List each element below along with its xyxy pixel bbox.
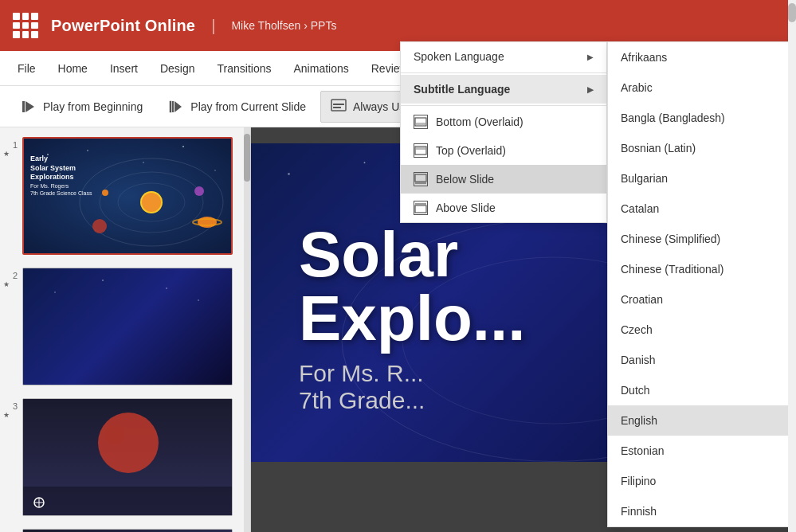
play-current-icon [168,99,184,115]
lang-czech[interactable]: Czech [608,315,796,345]
slide-panel: 1 ★ [0,127,251,532]
above-slide-label: Above Slide [436,201,496,214]
above-slide-icon [414,201,428,215]
slide-item-1[interactable]: 1 ★ [0,127,250,261]
play-beginning-icon [21,99,37,115]
svg-point-33 [288,173,290,175]
svg-rect-46 [415,182,426,184]
dropdown-top-overlaid[interactable]: Top (Overlaid) [401,136,606,165]
slide-star-2: ★ [3,280,18,288]
svg-rect-3 [172,101,174,112]
slide-num-1: 1 [3,137,18,150]
svg-point-18 [194,186,204,196]
menu-home[interactable]: Home [47,51,99,86]
slide-num-3: 3 [3,398,18,411]
play-current-button[interactable]: Play from Current Slide [157,91,317,123]
svg-point-27 [98,413,159,473]
svg-marker-1 [25,101,34,112]
waffle-icon[interactable] [13,13,38,38]
lang-bosnian[interactable]: Bosnian (Latin) [608,133,796,163]
svg-rect-48 [415,203,426,205]
svg-rect-44 [416,147,425,150]
slide-num-2: 2 [3,268,18,280]
svg-point-12 [214,170,216,171]
page-scrollbar-thumb[interactable] [788,3,796,22]
lang-dutch[interactable]: Dutch [608,375,796,405]
lang-filipino[interactable]: Filipino [608,466,796,496]
slide-panel-scrollbar[interactable] [244,127,250,532]
lang-chinese-simplified[interactable]: Chinese (Simplified) [608,224,796,254]
dropdown-below-slide[interactable]: Below Slide [401,165,606,194]
subtitle-language-arrow-icon: ▶ [587,85,594,94]
slide-thumb-3[interactable] [22,398,233,516]
lang-croatian[interactable]: Croatian [608,284,796,315]
svg-point-28 [105,425,124,444]
lang-afrikaans[interactable]: Afrikaans [608,42,796,72]
slide-thumb-4[interactable] [22,529,233,532]
svg-rect-0 [22,101,25,112]
lang-bangla[interactable]: Bangla (Bangladesh) [608,103,796,133]
svg-rect-6 [333,104,344,105]
svg-rect-45 [415,174,426,182]
subtitles-icon [331,99,347,114]
spoken-language-arrow-icon: ▶ [587,53,594,61]
slide-thumb-1[interactable]: EarlySolar SystemExplorations For Ms. Ro… [22,137,233,255]
breadcrumb[interactable]: Mike Tholfsen › PPTs [231,19,336,32]
lang-chinese-traditional[interactable]: Chinese (Traditional) [608,254,796,284]
slide-num-4: 4 [3,529,18,532]
menu-file[interactable]: File [6,51,47,86]
below-slide-icon [414,172,428,186]
svg-point-23 [54,291,56,293]
top-overlaid-icon [414,143,428,158]
page-scrollbar[interactable] [788,0,796,532]
svg-point-25 [166,288,167,289]
main-slide-text: SolarExplo... For Ms. R...7th Grade... [299,223,526,414]
dropdown-bottom-overlaid[interactable]: Bottom (Overlaid) [401,108,606,136]
svg-rect-2 [170,101,171,112]
svg-point-26 [198,299,199,301]
slide-star-1: ★ [3,150,18,158]
dropdown-separator-1 [401,72,606,73]
language-dropdown: Afrikaans Arabic Bangla (Bangladesh) Bos… [607,41,796,527]
subtitles-dropdown: Spoken Language ▶ Subtitle Language ▶ Bo… [400,41,607,223]
menu-design[interactable]: Design [149,51,206,86]
dropdown-separator-2 [401,105,606,106]
slide-star-3: ★ [3,411,18,419]
spoken-language-label: Spoken Language [414,50,504,63]
lang-bulgarian[interactable]: Bulgarian [608,163,796,194]
bottom-overlaid-icon [414,115,428,129]
svg-point-19 [102,190,108,196]
svg-rect-47 [415,205,426,213]
slide-panel-scrollbar-thumb[interactable] [244,134,250,182]
play-beginning-label: Play from Beginning [43,100,143,113]
play-beginning-button[interactable]: Play from Beginning [10,91,154,123]
slide1-title: EarlySolar SystemExplorations For Ms. Ro… [30,155,92,197]
lang-catalan[interactable]: Catalan [608,194,796,224]
svg-rect-29 [23,487,233,516]
menu-insert[interactable]: Insert [99,51,149,86]
lang-english[interactable]: English [608,405,796,436]
slide-item-3[interactable]: 3 ★ [0,392,250,522]
dropdown-subtitle-language[interactable]: Subtitle Language ▶ [401,75,606,104]
svg-marker-4 [174,101,182,112]
play-current-label: Play from Current Slide [190,100,306,113]
svg-point-22 [92,219,107,233]
dropdown-above-slide[interactable]: Above Slide [401,194,606,222]
svg-rect-42 [416,123,425,125]
lang-arabic[interactable]: Arabic [608,72,796,103]
app-title: PowerPoint Online [51,17,195,35]
slide-thumb-2[interactable] [22,268,233,385]
menu-animations[interactable]: Animations [282,51,359,86]
below-slide-label: Below Slide [436,173,494,186]
dropdown-spoken-language[interactable]: Spoken Language ▶ [401,42,606,71]
svg-point-11 [182,146,184,147]
subtitle-language-label: Subtitle Language [414,83,510,96]
lang-finnish[interactable]: Finnish [608,496,796,526]
slide-item-2[interactable]: 2 ★ [0,261,250,392]
slide-item-4[interactable]: 4 [0,522,250,532]
title-divider: | [211,17,215,35]
lang-estonian[interactable]: Estonian [608,436,796,466]
menu-transitions[interactable]: Transitions [206,51,283,86]
bottom-overlaid-label: Bottom (Overlaid) [436,115,523,128]
lang-danish[interactable]: Danish [608,345,796,375]
